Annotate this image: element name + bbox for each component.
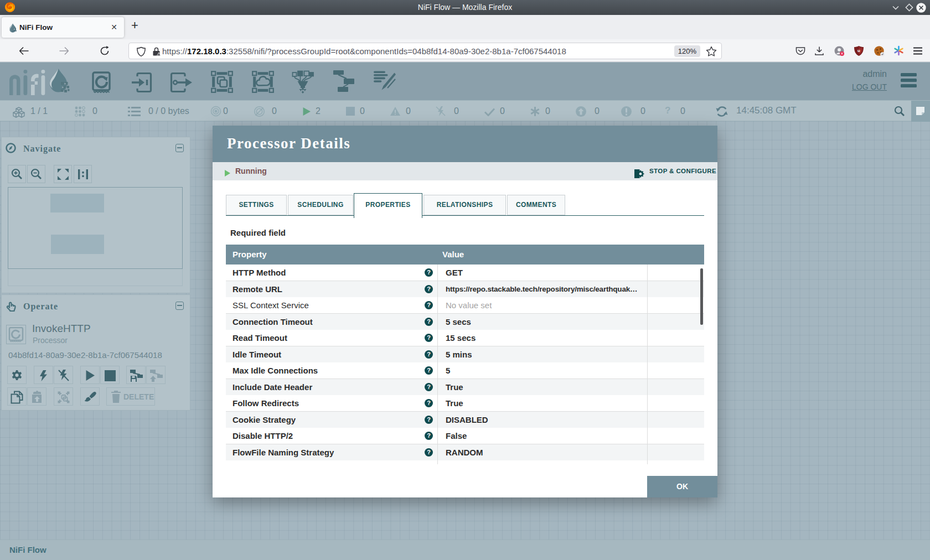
svg-text:u: u [857,48,860,53]
